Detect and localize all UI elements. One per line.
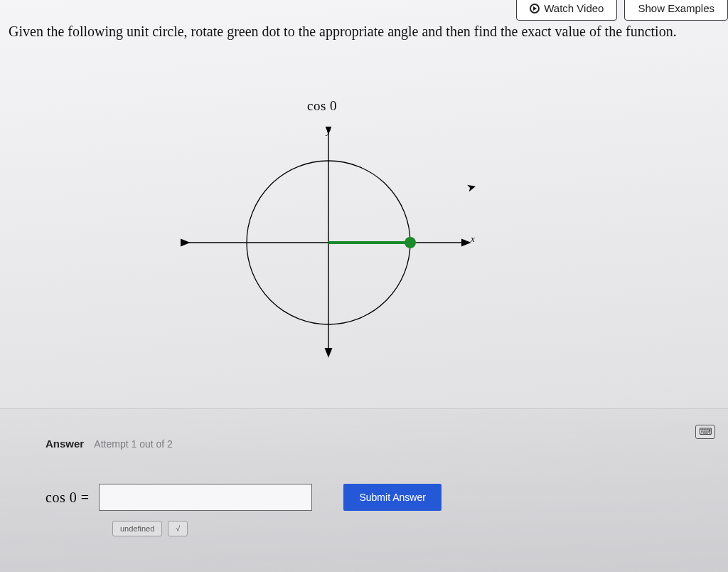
function-label: cos 0 <box>307 98 337 114</box>
keypad-icon[interactable] <box>695 425 715 439</box>
watch-video-button[interactable]: Watch Video <box>516 0 617 21</box>
y-axis-label: y <box>326 125 331 137</box>
answer-panel: Answer Attempt 1 out of 2 cos 0 = Submit… <box>0 408 728 572</box>
submit-answer-button[interactable]: Submit Answer <box>343 484 441 511</box>
play-icon <box>530 4 540 14</box>
answer-heading: Answer <box>46 438 84 450</box>
problem-prompt: Given the following unit circle, rotate … <box>9 21 722 41</box>
green-dot[interactable] <box>405 237 416 248</box>
answer-input[interactable] <box>99 484 312 511</box>
answer-lhs: cos 0 = <box>46 489 89 506</box>
answer-heading-row: Answer Attempt 1 out of 2 <box>46 438 682 450</box>
unit-circle-diagram[interactable]: y x <box>178 127 483 361</box>
watch-video-label: Watch Video <box>544 2 604 14</box>
show-examples-label: Show Examples <box>638 2 714 14</box>
sqrt-button[interactable]: √ <box>168 521 188 536</box>
x-axis-label: x <box>471 233 475 245</box>
undefined-button[interactable]: undefined <box>112 521 162 536</box>
show-examples-button[interactable]: Show Examples <box>624 0 728 21</box>
attempt-counter: Attempt 1 out of 2 <box>94 438 173 450</box>
